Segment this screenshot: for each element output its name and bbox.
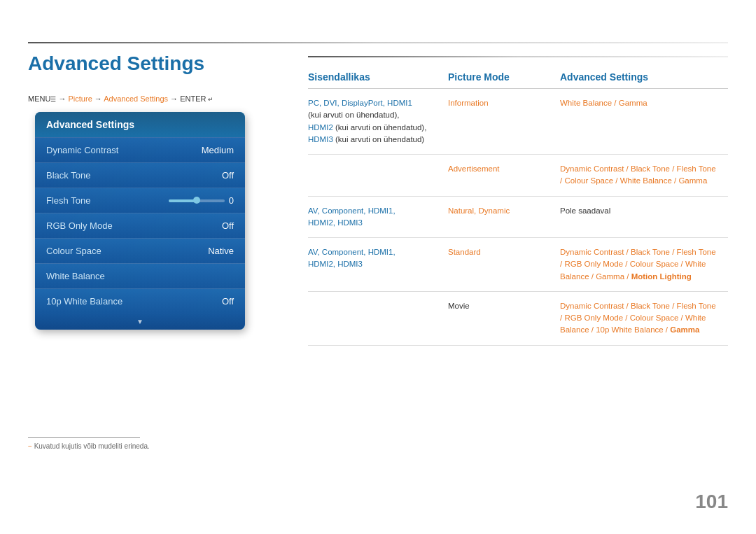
table-row: Movie Dynamic Contrast / Black Tone / Fl… xyxy=(308,292,728,346)
breadcrumb-arrow-3: → xyxy=(170,94,180,103)
col-header-adv-settings: Advanced Settings xyxy=(560,71,728,83)
col-header-source: Sisendallikas xyxy=(308,71,448,83)
row4-picture-mode: Standard xyxy=(448,246,560,258)
row5-picture-mode: Movie xyxy=(448,300,560,312)
bottom-note-text: − Kuvatud kujutis võib mudeliti erineda. xyxy=(28,442,150,450)
row2-adv-settings: Dynamic Contrast / Black Tone / Flesh To… xyxy=(560,163,728,188)
bottom-note-area: − Kuvatud kujutis võib mudeliti erineda. xyxy=(28,437,150,450)
breadcrumb-menu: MENU☰ xyxy=(28,94,56,103)
table-row: AV, Component, HDMI1,HDMI2, HDMI3 Natura… xyxy=(308,197,728,239)
flesh-tone-item[interactable]: Flesh Tone 0 xyxy=(35,188,245,213)
panel-scroll-down[interactable] xyxy=(35,314,245,330)
table-header: Sisendallikas Picture Mode Advanced Sett… xyxy=(308,66,728,89)
breadcrumb-picture: Picture xyxy=(69,94,92,103)
flesh-tone-slider-track[interactable] xyxy=(169,199,225,202)
settings-panel-header: Advanced Settings xyxy=(35,112,245,137)
col-header-picture-mode: Picture Mode xyxy=(448,71,560,83)
dynamic-contrast-item[interactable]: Dynamic Contrast Medium xyxy=(35,137,245,162)
row1-source: PC, DVI, DisplayPort, HDMI1 (kui arvuti … xyxy=(308,97,448,146)
rgb-only-mode-item[interactable]: RGB Only Mode Off xyxy=(35,213,245,238)
flesh-tone-slider-dot xyxy=(193,197,200,204)
breadcrumb: MENU☰ → Picture → Advanced Settings → EN… xyxy=(28,94,214,103)
black-tone-item[interactable]: Black Tone Off xyxy=(35,162,245,188)
row5-adv-settings: Dynamic Contrast / Black Tone / Flesh To… xyxy=(560,300,728,337)
flesh-tone-slider-fill xyxy=(169,199,197,202)
table-row: Advertisement Dynamic Contrast / Black T… xyxy=(308,155,728,197)
breadcrumb-arrow-1: → xyxy=(58,94,68,103)
10p-white-balance-label: 10p White Balance xyxy=(46,296,122,307)
flesh-tone-slider-container[interactable]: 0 xyxy=(169,195,234,206)
dynamic-contrast-value: Medium xyxy=(202,145,234,155)
rgb-only-mode-label: RGB Only Mode xyxy=(46,220,113,231)
row3-adv-settings: Pole saadaval xyxy=(560,205,728,217)
top-decorative-line xyxy=(28,42,728,43)
breadcrumb-arrow-2: → xyxy=(94,94,104,103)
table-row: PC, DVI, DisplayPort, HDMI1 (kui arvuti … xyxy=(308,89,728,155)
right-top-line xyxy=(308,56,728,57)
table-row: AV, Component, HDMI1,HDMI2, HDMI3 Standa… xyxy=(308,238,728,292)
colour-space-label: Colour Space xyxy=(46,246,102,256)
colour-space-value: Native xyxy=(208,246,234,256)
right-panel: Sisendallikas Picture Mode Advanced Sett… xyxy=(308,56,728,346)
bottom-note-line xyxy=(28,437,140,438)
10p-white-balance-item[interactable]: 10p White Balance Off xyxy=(35,288,245,314)
white-balance-label: White Balance xyxy=(46,271,105,281)
settings-panel: Advanced Settings Dynamic Contrast Mediu… xyxy=(35,112,245,330)
page-number: 101 xyxy=(695,491,728,513)
colour-space-item[interactable]: Colour Space Native xyxy=(35,238,245,263)
breadcrumb-advanced: Advanced Settings xyxy=(104,94,168,103)
black-tone-value: Off xyxy=(222,170,234,181)
row1-picture-mode: Information xyxy=(448,97,560,109)
row2-picture-mode: Advertisement xyxy=(448,163,560,175)
dynamic-contrast-label: Dynamic Contrast xyxy=(46,145,118,155)
white-balance-item[interactable]: White Balance xyxy=(35,263,245,288)
flesh-tone-value: 0 xyxy=(229,195,234,206)
page-title-area: Advanced Settings xyxy=(28,52,204,75)
row1-adv-settings: White Balance / Gamma xyxy=(560,97,728,109)
breadcrumb-enter: ENTER ↵ xyxy=(180,94,214,103)
black-tone-label: Black Tone xyxy=(46,170,90,181)
row3-picture-mode: Natural, Dynamic xyxy=(448,205,560,217)
10p-white-balance-value: Off xyxy=(222,296,234,307)
page-title: Advanced Settings xyxy=(28,52,204,75)
row3-source: AV, Component, HDMI1,HDMI2, HDMI3 xyxy=(308,205,448,230)
rgb-only-mode-value: Off xyxy=(222,220,234,231)
flesh-tone-label: Flesh Tone xyxy=(46,195,90,206)
row4-adv-settings: Dynamic Contrast / Black Tone / Flesh To… xyxy=(560,246,728,283)
row4-source: AV, Component, HDMI1,HDMI2, HDMI3 xyxy=(308,246,448,271)
